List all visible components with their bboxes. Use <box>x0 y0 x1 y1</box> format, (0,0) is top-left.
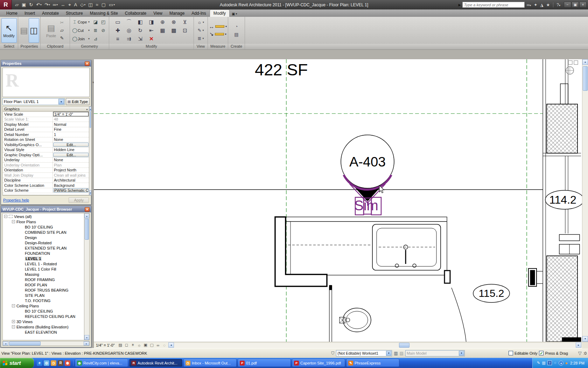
tray-icon[interactable]: ● <box>565 361 568 366</box>
geometry-extra-icon[interactable]: ◪ <box>92 19 99 25</box>
browser-tree-item[interactable]: BO 10' CEILING <box>3 224 84 230</box>
workset-dropdown[interactable]: (Not Editable) Workset1 ▾ <box>336 350 392 356</box>
property-row[interactable]: Scale Value 1: 48 <box>3 117 89 122</box>
scroll-right-icon[interactable]: ▸ <box>84 341 89 346</box>
tree-expander-icon[interactable]: − <box>12 304 15 307</box>
worksets-dialog-icon[interactable]: ▥ <box>394 351 398 356</box>
property-row[interactable]: Underlay Orientation Plan <box>3 163 89 168</box>
properties-scroll-thumb[interactable] <box>90 112 91 128</box>
qat-icon[interactable]: ◇▾ <box>79 1 86 8</box>
area-label[interactable]: 422 SF <box>255 60 308 79</box>
scroll-down-icon[interactable]: ▾ <box>582 336 588 342</box>
tree-expander-icon[interactable]: + <box>12 320 15 323</box>
modify-tool-icon[interactable]: ⊻ <box>180 18 191 26</box>
tree-expander-icon[interactable]: − <box>12 325 15 328</box>
browser-scroll-thumb[interactable] <box>85 219 89 240</box>
browser-hscroll-thumb[interactable] <box>9 341 41 346</box>
modify-tool-icon[interactable]: ✚ <box>112 26 124 35</box>
canvas-hscrollbar[interactable]: ◂ ▸ <box>168 342 581 348</box>
close-button[interactable]: × <box>579 2 587 8</box>
tree-expander-icon[interactable] <box>20 309 23 313</box>
ribbon-tab[interactable]: Annotate <box>38 9 62 17</box>
graphics-section-header[interactable]: Graphics ▴ <box>3 107 89 112</box>
property-row[interactable]: View Scale 1/4" = 1'-0" <box>3 112 89 117</box>
modify-tool-icon[interactable]: ▭ <box>112 18 124 26</box>
taskbar-clock[interactable]: 2:28 PM <box>570 361 584 365</box>
qat-icon[interactable]: ▱ <box>14 1 20 8</box>
property-row[interactable]: Display Model Normal <box>3 122 89 127</box>
properties-scrollbar[interactable]: ▴ ▾ <box>89 106 92 196</box>
geometry-tool[interactable]: ⌶ Cope ▾ ◪ ◰ <box>72 18 107 26</box>
dropdown-arrow-icon[interactable]: ▾ <box>88 29 92 32</box>
checkbox-checked-icon[interactable]: ✓ <box>539 351 544 355</box>
browser-tree-item[interactable]: − Ceiling Plans <box>3 303 84 308</box>
type-selector-arrow-icon[interactable]: ▾ <box>58 99 64 104</box>
property-row[interactable]: Detail Level Fine <box>3 127 89 132</box>
minimize-button[interactable]: − <box>564 2 571 8</box>
properties-close-icon[interactable]: × <box>85 61 90 66</box>
tree-expander-icon[interactable] <box>20 283 23 286</box>
qat-icon[interactable]: ↷▾ <box>43 1 51 8</box>
view-control-icon[interactable]: ◻ <box>124 342 130 348</box>
restore-button[interactable]: ▣ <box>572 2 579 8</box>
qat-icon[interactable]: ▢ <box>100 1 107 8</box>
browser-tree-item[interactable]: Massing <box>3 272 84 277</box>
search-icon[interactable]: ∞▾ <box>526 2 532 7</box>
geometry-tool[interactable]: ◯ Join ▾ ⊿ <box>72 35 107 43</box>
project-browser-titlebar[interactable]: WVUP-CDC_Jacque - Project Browser × <box>1 206 91 212</box>
properties-help-link[interactable]: Properties help <box>3 198 29 202</box>
modify-tool-icon[interactable]: ✕ <box>146 35 157 43</box>
measure-tool[interactable]: ↔▾ <box>209 23 227 29</box>
tree-expander-icon[interactable] <box>20 241 23 244</box>
ribbon-tab[interactable]: Collaborate <box>121 9 150 17</box>
quick-launch-icon[interactable]: ◉ <box>65 360 70 366</box>
properties-palette-titlebar[interactable]: Properties × <box>1 60 91 67</box>
tree-expander-icon[interactable] <box>20 231 23 234</box>
match-type-brush-icon[interactable]: ✎ <box>58 35 65 42</box>
design-option-dropdown[interactable]: Main Model ▾ <box>405 350 465 356</box>
browser-tree-item[interactable]: ROOF PLAN <box>3 282 84 287</box>
create-tool-icon[interactable]: ▤ <box>234 30 238 39</box>
tray-icon[interactable]: ⁘ <box>554 361 557 365</box>
tree-expander-icon[interactable]: − <box>12 220 15 223</box>
taskbar-task-button[interactable]: ◍ RevitCity.com | eleva... <box>75 359 128 367</box>
help-icon[interactable]: ?▾ <box>556 2 561 7</box>
view-control-icon[interactable]: ☀ <box>130 342 136 348</box>
editable-only-checkbox[interactable]: Editable Only <box>509 351 537 355</box>
modify-tool-icon[interactable]: ⊕ <box>157 18 168 26</box>
property-row[interactable]: Visibility/Graphics O... Edit... <box>3 142 89 148</box>
view-control-icon[interactable]: ☼ <box>136 342 142 348</box>
modify-tool-icon[interactable]: ◎ <box>124 26 135 35</box>
browser-tree-item[interactable]: ROOF FRAMING <box>3 277 84 282</box>
quick-launch-icon[interactable]: ◎ <box>44 360 49 366</box>
ribbon-tab[interactable]: Home <box>3 9 21 17</box>
view-control-icon[interactable]: ◌ <box>161 342 168 348</box>
qat-icon[interactable]: ↻ <box>28 1 34 8</box>
property-row[interactable]: Color Scheme PWWG Schematic C <box>3 188 89 193</box>
tree-expander-icon[interactable] <box>20 330 23 334</box>
browser-tree-item[interactable]: COMBINED SITE PLAN <box>3 230 84 235</box>
checkbox-icon[interactable] <box>509 351 513 355</box>
start-button[interactable]: start <box>0 358 34 368</box>
ribbon-tab[interactable]: Insert <box>21 9 38 17</box>
geometry-extra-icon[interactable]: ⊿ <box>92 36 99 41</box>
view-tool[interactable]: ≣▾ <box>197 34 204 42</box>
quick-launch-icon[interactable]: R <box>58 360 63 366</box>
taskbar-task-button[interactable]: R Autodesk Revit Archit... <box>129 359 182 367</box>
geometry-extra-icon[interactable]: ◰ <box>99 19 107 25</box>
tree-expander-icon[interactable] <box>20 288 23 292</box>
view-tool[interactable]: ☼▾ <box>197 18 204 26</box>
qat-icon[interactable]: A <box>73 1 79 8</box>
tree-expander-icon[interactable] <box>20 257 23 260</box>
scroll-up-icon[interactable]: ▴ <box>89 107 91 111</box>
type-selector-dropdown[interactable]: Floor Plan: LEVEL 1 ▾ <box>2 98 65 105</box>
scroll-left-icon[interactable]: ◂ <box>3 341 8 346</box>
modify-tool-icon[interactable]: ⇲ <box>135 35 146 43</box>
type-properties-button[interactable]: ▤ <box>20 18 29 43</box>
design-options-icon[interactable]: ▨ <box>400 351 404 356</box>
browser-tree-item[interactable]: LEVEL 1 - Rotated <box>3 261 84 266</box>
panel-display-toggle[interactable]: ▣▾ <box>232 12 237 17</box>
cut-icon[interactable]: ✂ <box>58 19 65 26</box>
room-tag-114[interactable]: 114.2 <box>545 190 582 209</box>
project-browser-close-icon[interactable]: × <box>85 207 90 212</box>
